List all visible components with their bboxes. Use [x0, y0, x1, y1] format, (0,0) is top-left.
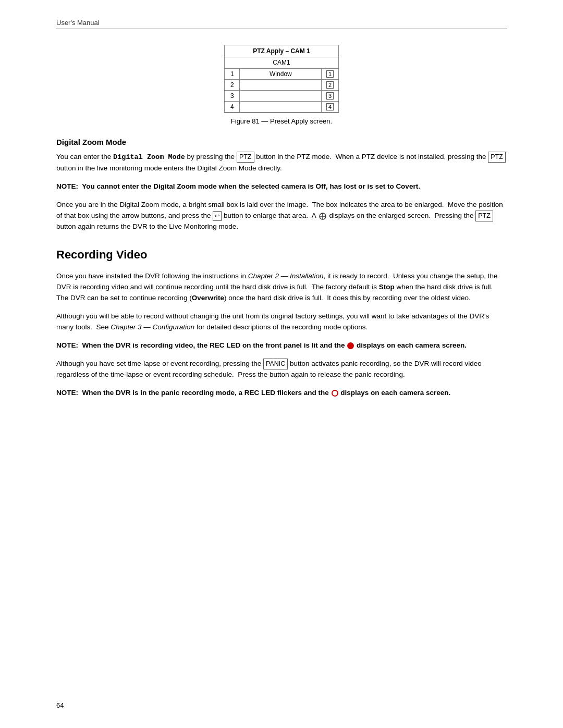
row-name-2	[240, 80, 322, 91]
row-num-1: 1	[225, 69, 240, 80]
chapter3-ref: Chapter 3 — Configuration	[111, 323, 194, 331]
ptz-table-rows: 1 Window 1 2 2 3 3 4	[225, 68, 338, 113]
table-row: 4 4	[225, 102, 338, 113]
page-number: 64	[56, 701, 64, 709]
row-btn-3: 3	[322, 91, 338, 102]
figure-container: PTZ Apply – CAM 1 CAM1 1 Window 1 2 2	[56, 45, 507, 125]
panic-circle-icon	[332, 390, 338, 397]
ptz-cam-header: CAM1	[225, 57, 338, 68]
table-row: 3 3	[225, 91, 338, 102]
digital-zoom-note1: NOTE: You cannot enter the Digital Zoom …	[56, 181, 507, 192]
digital-zoom-para2: Once you are in the Digital Zoom mode, a…	[56, 200, 507, 232]
ptz-key-2: PTZ	[488, 152, 506, 163]
panic-key: PANIC	[263, 359, 288, 369]
ptz-key-1: PTZ	[237, 152, 254, 163]
overwrite-label: Overwrite	[192, 294, 224, 302]
recording-video-section: Recording Video Once you have installed …	[56, 248, 507, 399]
digital-zoom-heading: Digital Zoom Mode	[56, 138, 507, 146]
row-num-4: 4	[225, 102, 240, 113]
recording-note2: NOTE: When the DVR is recording video, t…	[56, 340, 507, 351]
recording-para1: Once you have installed the DVR followin…	[56, 271, 507, 304]
table-row: 2 2	[225, 80, 338, 91]
enter-icon: ↩	[213, 211, 222, 221]
ptz-key-3: PTZ	[475, 211, 493, 221]
row-btn-1: 1	[322, 69, 338, 80]
row-num-3: 3	[225, 91, 240, 102]
recording-note3: NOTE: When the DVR is in the panic recor…	[56, 388, 507, 399]
row-name-4	[240, 102, 322, 113]
digital-zoom-para1: You can enter the Digital Zoom Mode by p…	[56, 152, 507, 174]
row-btn-4: 4	[322, 102, 338, 113]
recording-video-heading: Recording Video	[56, 248, 507, 262]
header: User's Manual	[56, 19, 507, 29]
table-row: 1 Window 1	[225, 69, 338, 80]
digital-zoom-mode-label: Digital Zoom Mode	[113, 153, 185, 161]
row-name-1: Window	[240, 69, 322, 80]
rec-circle-icon	[347, 342, 354, 349]
recording-para2: Although you will be able to record with…	[56, 311, 507, 333]
digital-zoom-section: Digital Zoom Mode You can enter the Digi…	[56, 138, 507, 232]
row-name-3	[240, 91, 322, 102]
row-btn-2: 2	[322, 80, 338, 91]
page: User's Manual PTZ Apply – CAM 1 CAM1 1 W…	[0, 0, 563, 728]
chapter2-ref: Chapter 2 — Installation	[248, 272, 324, 280]
row-num-2: 2	[225, 80, 240, 91]
stop-label: Stop	[379, 283, 395, 291]
ptz-table-title: PTZ Apply – CAM 1	[225, 45, 338, 57]
header-title: User's Manual	[56, 19, 100, 27]
figure-caption: Figure 81 — Preset Apply screen.	[231, 117, 332, 125]
target-icon	[319, 212, 327, 220]
ptz-table: PTZ Apply – CAM 1 CAM1 1 Window 1 2 2	[224, 45, 339, 113]
recording-para3: Although you have set time-lapse or even…	[56, 359, 507, 380]
